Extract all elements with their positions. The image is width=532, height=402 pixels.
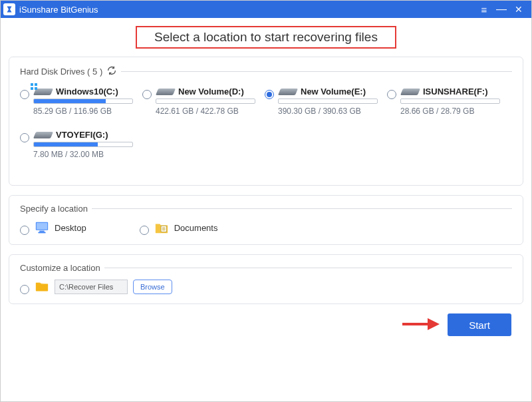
customize-heading: Customize a location: [20, 263, 100, 273]
specify-location-panel: Specify a location Desktop Documents: [9, 195, 523, 245]
customize-location-panel: Customize a location Browse: [9, 254, 523, 304]
folder-icon: [35, 280, 49, 294]
location-desktop[interactable]: Desktop: [20, 220, 86, 235]
custom-path-input[interactable]: [55, 280, 128, 294]
drive-item[interactable]: New Volume(D:)422.61 GB / 422.78 GB: [142, 85, 255, 116]
app-title: iSunshare BitGenius: [19, 5, 475, 15]
drive-item[interactable]: ISUNSHARE(F:)28.66 GB / 28.79 GB: [387, 85, 500, 116]
browse-button[interactable]: Browse: [133, 280, 172, 294]
disk-icon: [400, 85, 420, 97]
drive-name: VTOYEFI(G:): [56, 130, 108, 140]
drive-radio[interactable]: [142, 90, 152, 99]
drive-item[interactable]: Windows10(C:)85.29 GB / 116.96 GB: [20, 85, 133, 116]
svg-marker-9: [428, 318, 440, 330]
drive-name: New Volume(D:): [178, 87, 244, 97]
disk-icon: [33, 128, 53, 140]
menu-icon[interactable]: ≡: [475, 4, 493, 15]
minimize-button[interactable]: —: [493, 6, 510, 13]
drive-size: 390.30 GB / 390.63 GB: [278, 106, 378, 116]
drive-name: ISUNSHARE(F:): [423, 87, 488, 97]
svg-rect-2: [39, 231, 44, 232]
drive-radio[interactable]: [20, 133, 29, 142]
drive-name: New Volume(E:): [301, 87, 366, 97]
documents-label: Documents: [174, 223, 218, 233]
drive-size: 28.66 GB / 28.79 GB: [400, 106, 500, 116]
drive-radio[interactable]: [387, 90, 396, 99]
hard-disk-drives-panel: Hard Disk Drives ( 5 ) Windows10(C:)85.2…: [9, 57, 523, 186]
svg-rect-3: [38, 232, 45, 233]
disk-icon: [156, 85, 176, 97]
drive-item[interactable]: New Volume(E:)390.30 GB / 390.63 GB: [265, 85, 378, 116]
specify-heading: Specify a location: [20, 204, 88, 214]
drive-size: 422.61 GB / 422.78 GB: [156, 106, 255, 116]
radio-documents[interactable]: [140, 226, 149, 235]
drive-usage-bar: [33, 142, 133, 147]
drive-size: 85.29 GB / 116.96 GB: [33, 106, 133, 116]
desktop-label: Desktop: [55, 223, 86, 233]
svg-rect-1: [37, 223, 47, 230]
drive-name: Windows10(C:): [56, 87, 118, 97]
radio-custom-path[interactable]: [20, 285, 29, 294]
arrow-annotation-icon: [401, 315, 441, 335]
drive-radio[interactable]: [265, 90, 274, 99]
drive-usage-bar: [156, 99, 255, 104]
drive-size: 7.80 MB / 32.00 MB: [33, 150, 133, 159]
drive-usage-bar: [400, 99, 500, 104]
start-button[interactable]: Start: [448, 313, 511, 336]
disk-icon: [33, 85, 53, 97]
drive-usage-bar: [33, 99, 133, 104]
refresh-icon[interactable]: [106, 65, 117, 78]
titlebar: iSunshare BitGenius ≡ — ✕: [1, 1, 531, 18]
disk-icon: [278, 85, 298, 97]
drive-usage-bar: [278, 99, 378, 104]
drive-radio[interactable]: [20, 90, 29, 99]
app-logo: [3, 3, 15, 15]
drive-item[interactable]: VTOYEFI(G:)7.80 MB / 32.00 MB: [20, 128, 133, 159]
radio-desktop[interactable]: [20, 226, 29, 235]
hdd-heading: Hard Disk Drives ( 5 ): [20, 67, 102, 77]
close-button[interactable]: ✕: [510, 4, 527, 15]
location-documents[interactable]: Documents: [140, 220, 218, 235]
desktop-icon: [35, 221, 49, 234]
page-headline: Select a location to start recovering fi…: [136, 26, 396, 49]
documents-icon: [154, 221, 169, 234]
